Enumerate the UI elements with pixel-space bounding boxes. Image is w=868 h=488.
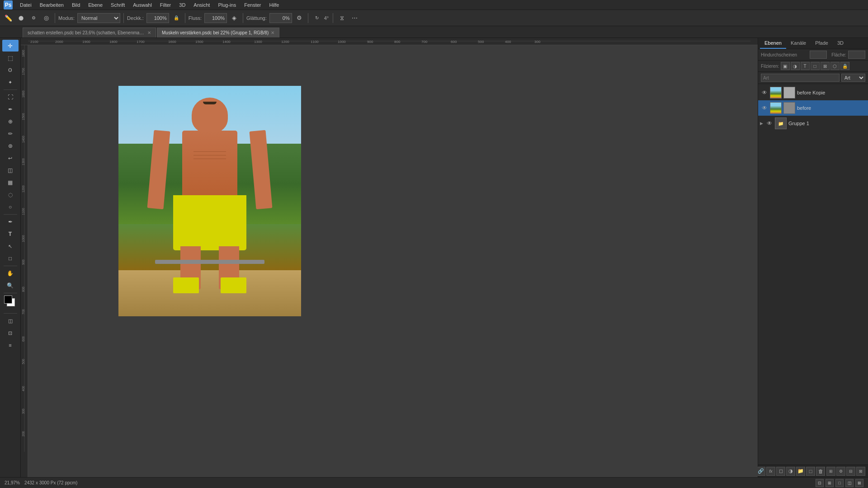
- filter-type-icon[interactable]: T: [801, 62, 810, 70]
- menu-item-plug-ins[interactable]: Plug-ins: [214, 1, 240, 9]
- menu-item-auswahl[interactable]: Auswahl: [129, 1, 156, 9]
- tab-muskeln[interactable]: Muskeln verstärken.psdc bei 22% (Gruppe …: [157, 28, 279, 38]
- status-btn-2[interactable]: ⊞: [826, 479, 834, 487]
- filter-smart-icon[interactable]: ⊠: [821, 62, 830, 70]
- menu-item-fenster[interactable]: Fenster: [241, 1, 264, 9]
- symmetry-icon[interactable]: ⧖: [336, 13, 347, 23]
- stamp-tool[interactable]: ⊛: [2, 140, 19, 152]
- group-arrow-gruppe1[interactable]: ▶: [760, 121, 763, 126]
- smoothing-input[interactable]: [269, 13, 292, 23]
- move-tool[interactable]: ✛: [2, 40, 19, 52]
- menu-item-hilfe[interactable]: Hilfe: [265, 1, 283, 9]
- layer-visibility-before[interactable]: 👁: [761, 104, 768, 112]
- menu-item-bearbeiten[interactable]: Bearbeiten: [36, 1, 67, 9]
- zoom-tool[interactable]: 🔍: [2, 280, 19, 291]
- blur-tool[interactable]: ◌: [2, 189, 19, 201]
- shape-tool[interactable]: □: [2, 253, 19, 264]
- footer-mask-btn[interactable]: ◻: [776, 467, 785, 476]
- angle-icon[interactable]: ↻: [311, 13, 322, 23]
- app-home-icon[interactable]: Ps: [4, 0, 13, 9]
- footer-canvas-icon[interactable]: ⊞: [826, 467, 835, 476]
- menu-item-ansicht[interactable]: Ansicht: [190, 1, 213, 9]
- footer-settings-icon[interactable]: ⚙: [836, 467, 845, 476]
- eyedropper-tool[interactable]: ✒: [2, 103, 19, 115]
- tab-schatten-close[interactable]: ✕: [147, 30, 151, 35]
- path-select-tool[interactable]: ↖: [2, 240, 19, 252]
- footer-link-icon[interactable]: 🔗: [756, 467, 765, 476]
- footer-new-layer-btn[interactable]: □: [806, 467, 815, 476]
- tabs-bar: schatten erstellen.psdc bei 23,6% (schat…: [0, 26, 868, 38]
- canvas-container[interactable]: [28, 45, 758, 477]
- menu-item-ebene[interactable]: Ebene: [85, 1, 106, 9]
- footer-fx-btn[interactable]: fx: [766, 467, 775, 476]
- filter-shape-icon[interactable]: □: [811, 62, 820, 70]
- opacity-value-input[interactable]: [810, 51, 827, 59]
- footer-group-btn[interactable]: 📁: [796, 467, 805, 476]
- magic-wand-tool[interactable]: ✦: [2, 76, 19, 88]
- tab-3d[interactable]: 3D: [833, 38, 848, 49]
- extra-icon[interactable]: ⋯: [349, 13, 360, 23]
- extra-tools-icon[interactable]: ≡: [2, 339, 19, 351]
- healing-tool[interactable]: ⊕: [2, 116, 19, 127]
- tab-ebenen[interactable]: Ebenen: [760, 38, 786, 49]
- status-btn-5[interactable]: ⊠: [855, 479, 863, 487]
- status-btn-1[interactable]: ⊡: [816, 479, 824, 487]
- crop-tool[interactable]: ⛶: [2, 91, 19, 103]
- pen-tool[interactable]: ✒: [2, 216, 19, 228]
- filter-artboard-icon[interactable]: ⬡: [830, 62, 840, 70]
- layer-item-gruppe1[interactable]: ▶ 👁 📁 Gruppe 1: [758, 116, 868, 131]
- menu-item-schrift[interactable]: Schrift: [107, 1, 128, 9]
- tab-schatten[interactable]: schatten erstellen.psdc bei 23,6% (schat…: [23, 28, 156, 38]
- menu-item-3d[interactable]: 3D: [175, 1, 189, 9]
- tool-sep-5: [4, 313, 17, 314]
- marquee-tool[interactable]: ⬚: [2, 52, 19, 64]
- layer-type-select[interactable]: Art Name Effekt: [841, 74, 865, 82]
- fill-value-input[interactable]: [848, 51, 865, 59]
- quick-mask-icon[interactable]: ◫: [2, 315, 19, 327]
- menu-item-filter[interactable]: Filter: [156, 1, 175, 9]
- footer-expand-icon[interactable]: ⊠: [856, 467, 865, 476]
- layer-visibility-before-kopie[interactable]: 👁: [761, 89, 768, 96]
- brush-options-icon[interactable]: ⚙: [28, 13, 39, 23]
- mode-select[interactable]: Normal Multiplizieren Abwedeln: [77, 13, 120, 23]
- brush-tool[interactable]: ✏: [2, 128, 19, 140]
- airbrush-icon[interactable]: ◎: [41, 13, 52, 23]
- flow-input[interactable]: [204, 13, 227, 23]
- brush-size-icon[interactable]: ⬤: [15, 13, 26, 23]
- layer-search-input[interactable]: [761, 74, 840, 82]
- lasso-tool[interactable]: ʘ: [2, 64, 19, 76]
- filter-lock-icon[interactable]: 🔒: [840, 62, 849, 70]
- layer-item-before-kopie[interactable]: 👁 before Kopie: [758, 85, 868, 100]
- smoothing-options-icon[interactable]: ⚙: [294, 13, 305, 23]
- menu-item-datei[interactable]: Datei: [16, 1, 35, 9]
- menu-item-bild[interactable]: Bild: [68, 1, 84, 9]
- tab-pfade[interactable]: Pfade: [811, 38, 833, 49]
- footer-right-icons: ⊞ ⚙ ⊟ ⊠: [826, 467, 865, 476]
- tab-kanaele[interactable]: Kanäle: [786, 38, 811, 49]
- hand-tool[interactable]: ✋: [2, 267, 19, 279]
- opacity-lock-icon[interactable]: 🔒: [171, 13, 182, 23]
- footer-adjustment-btn[interactable]: ◑: [786, 467, 795, 476]
- eraser-tool[interactable]: ◫: [2, 164, 19, 176]
- filter-pixel-icon[interactable]: ▣: [781, 62, 790, 70]
- status-btn-3[interactable]: □: [835, 479, 844, 487]
- opacity-input[interactable]: [146, 13, 169, 23]
- color-swatches[interactable]: [2, 296, 19, 311]
- gradient-tool[interactable]: ▦: [2, 177, 19, 188]
- footer-grid-icon[interactable]: ⊟: [846, 467, 855, 476]
- airbrush-toggle-icon[interactable]: ◈: [229, 13, 240, 23]
- tab-muskeln-close[interactable]: ✕: [271, 30, 274, 35]
- dodge-tool[interactable]: ○: [2, 201, 19, 213]
- flow-label: Fluss:: [189, 15, 202, 21]
- history-brush-tool[interactable]: ↩: [2, 152, 19, 164]
- status-btn-4[interactable]: ◫: [845, 479, 854, 487]
- brush-tool-icon[interactable]: ✏️: [3, 13, 14, 23]
- layer-item-before[interactable]: 👁 before: [758, 100, 868, 116]
- layer-visibility-gruppe1[interactable]: 👁: [766, 120, 773, 127]
- svg-text:1000: 1000: [338, 40, 346, 44]
- screen-mode-icon[interactable]: ⊡: [2, 327, 19, 339]
- type-tool[interactable]: T: [2, 228, 19, 240]
- footer-delete-btn[interactable]: 🗑: [816, 467, 825, 476]
- filter-adjust-icon[interactable]: ◑: [791, 62, 800, 70]
- person-figure: [164, 98, 255, 294]
